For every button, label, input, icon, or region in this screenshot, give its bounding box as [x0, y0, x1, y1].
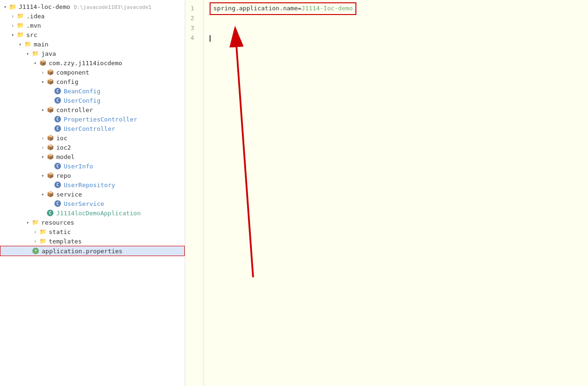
- tree-item-component[interactable]: 📦 component: [0, 68, 185, 77]
- beanconfig-class-icon: C: [53, 87, 62, 95]
- chevron-mvn: [9, 23, 16, 28]
- chevron-ioc: [39, 136, 46, 141]
- userrepository-class-icon: C: [53, 181, 62, 189]
- userservice-label: UserService: [64, 200, 104, 207]
- chevron-resources: [24, 220, 31, 225]
- tree-item-controller[interactable]: 📦 controller: [0, 105, 185, 114]
- repo-folder-icon: 📦: [46, 172, 54, 179]
- usercontroller-class-icon: C: [53, 125, 62, 132]
- userconfig-class-icon: C: [53, 97, 62, 104]
- code-line-4: [210, 33, 582, 43]
- code-value: J1114-Ioc-demo: [302, 5, 353, 12]
- tree-item-propertiescontroller[interactable]: C PropertiesController: [0, 114, 185, 124]
- appprops-icon: 🍃: [31, 247, 40, 255]
- src-folder-icon: 📁: [16, 31, 24, 38]
- tree-item-main[interactable]: 📁 main: [0, 39, 185, 49]
- usercontroller-label: UserController: [64, 125, 115, 132]
- tree-item-static[interactable]: 📁 static: [0, 227, 185, 236]
- model-label: model: [56, 153, 75, 160]
- userinfo-class-icon: C: [53, 162, 62, 170]
- chevron-controller: [39, 107, 46, 113]
- component-label: component: [56, 69, 89, 76]
- userservice-class-icon: C: [53, 200, 62, 207]
- tree-item-model[interactable]: 📦 model: [0, 152, 185, 161]
- idea-label: .idea: [26, 13, 45, 20]
- model-folder-icon: 📦: [46, 153, 54, 160]
- config-label: config: [56, 78, 78, 85]
- line-num-1: 1: [185, 4, 199, 14]
- chevron-service: [39, 192, 46, 197]
- annotation-arrow: [204, 0, 588, 386]
- ioc-label: ioc: [56, 135, 67, 142]
- tree-item-mvn[interactable]: 📁 .mvn: [0, 21, 185, 30]
- tree-item-idea[interactable]: 📁 .idea: [0, 11, 185, 21]
- code-highlighted-block: spring.application.name=J1114-Ioc-demo: [210, 2, 356, 15]
- tree-item-beanconfig[interactable]: C BeanConfig: [0, 86, 185, 96]
- chevron-java: [24, 51, 31, 56]
- templates-folder-icon: 📁: [38, 237, 47, 245]
- root-label: J1114-loc-demo D:\javacode1103\javacode1: [19, 3, 151, 10]
- chevron-root: [2, 4, 8, 9]
- mvn-folder-icon: 📁: [16, 22, 24, 29]
- text-cursor: [210, 35, 211, 42]
- userinfo-label: UserInfo: [64, 163, 93, 170]
- line-num-3: 3: [185, 23, 199, 33]
- main-folder-icon: 📁: [23, 40, 32, 48]
- tree-item-ioc2[interactable]: 📦 ioc2: [0, 143, 185, 152]
- idea-folder-icon: 📁: [16, 12, 24, 20]
- propertiescontroller-label: PropertiesController: [64, 116, 137, 123]
- java-folder-icon: 📁: [31, 50, 39, 57]
- code-line-2: [210, 14, 582, 23]
- propertiescontroller-class-icon: C: [53, 115, 62, 123]
- tree-item-com[interactable]: 📦 com.zzy.j1114iocdemo: [0, 58, 185, 68]
- svg-line-1: [235, 29, 253, 277]
- controller-folder-icon: 📦: [46, 106, 54, 114]
- demoapp-label: J1114locDemoApplication: [56, 210, 141, 217]
- tree-item-config[interactable]: 📦 config: [0, 77, 185, 86]
- chevron-component: [39, 70, 46, 75]
- root-path: D:\javacode1103\javacode1: [74, 4, 151, 10]
- service-label: service: [56, 191, 82, 198]
- chevron-config: [39, 79, 46, 84]
- tree-item-demoapp[interactable]: C J1114locDemoApplication: [0, 208, 185, 218]
- chevron-main: [17, 42, 23, 47]
- line-num-4: 4: [185, 33, 199, 43]
- userrepository-label: UserRepository: [64, 182, 115, 189]
- tree-item-userrepository[interactable]: C UserRepository: [0, 180, 185, 189]
- tree-item-userservice[interactable]: C UserService: [0, 199, 185, 208]
- line-num-2: 2: [185, 14, 199, 23]
- tree-item-application-properties[interactable]: 🍃 application.properties: [0, 246, 185, 256]
- controller-label: controller: [56, 106, 93, 114]
- tree-item-java[interactable]: 📁 java: [0, 49, 185, 58]
- beanconfig-label: BeanConfig: [64, 88, 100, 95]
- chevron-ioc2: [39, 145, 46, 150]
- code-key: spring.application.name=: [213, 5, 302, 12]
- tree-item-ioc[interactable]: 📦 ioc: [0, 133, 185, 143]
- editor-panel: 1 2 3 4 spring.application.name=J1114-Io…: [185, 0, 588, 386]
- com-label: com.zzy.j1114iocdemo: [49, 60, 122, 67]
- static-label: static: [49, 228, 71, 235]
- config-folder-icon: 📦: [46, 78, 54, 85]
- chevron-repo: [39, 173, 46, 178]
- file-tree-sidebar[interactable]: 📁 J1114-loc-demo D:\javacode1103\javacod…: [0, 0, 185, 386]
- code-line-1: spring.application.name=J1114-Ioc-demo: [210, 4, 582, 14]
- tree-item-root[interactable]: 📁 J1114-loc-demo D:\javacode1103\javacod…: [0, 2, 185, 11]
- tree-item-userconfig[interactable]: C UserConfig: [0, 96, 185, 105]
- main-label: main: [34, 41, 48, 48]
- java-label: java: [41, 50, 56, 57]
- resources-label: resources: [41, 219, 74, 226]
- tree-item-service[interactable]: 📦 service: [0, 189, 185, 199]
- repo-label: repo: [56, 172, 71, 179]
- tree-item-src[interactable]: 📁 src: [0, 30, 185, 39]
- ioc2-folder-icon: 📦: [46, 144, 54, 151]
- tree-item-repo[interactable]: 📦 repo: [0, 171, 185, 180]
- root-folder-icon: 📁: [8, 3, 17, 10]
- tree-item-userinfo[interactable]: C UserInfo: [0, 161, 185, 171]
- static-folder-icon: 📁: [38, 228, 47, 235]
- code-area[interactable]: spring.application.name=J1114-Ioc-demo: [204, 0, 588, 386]
- tree-item-resources[interactable]: 📁 resources: [0, 218, 185, 227]
- resources-folder-icon: 📁: [31, 219, 39, 226]
- chevron-idea: [9, 14, 16, 19]
- tree-item-usercontroller[interactable]: C UserController: [0, 124, 185, 133]
- tree-item-templates[interactable]: 📁 templates: [0, 236, 185, 246]
